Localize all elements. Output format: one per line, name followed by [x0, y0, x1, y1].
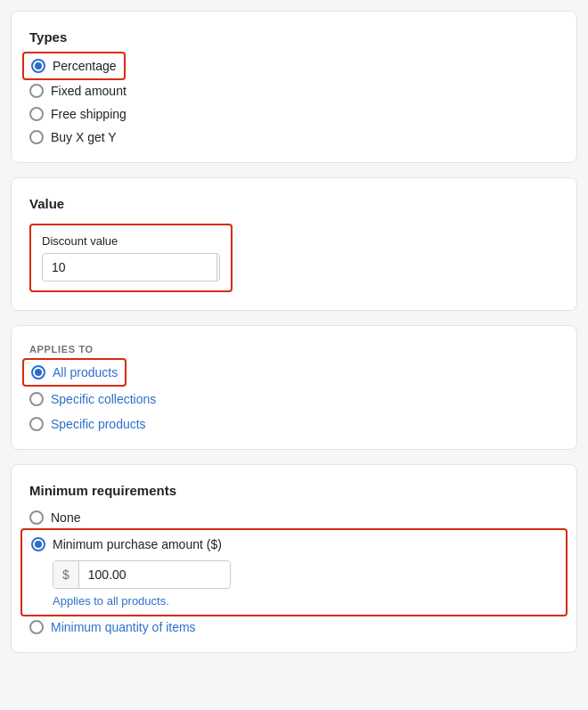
min-purchase-subfield: $ Applies to all products.: [53, 560, 557, 608]
type-percentage-radio[interactable]: [31, 59, 45, 73]
min-req-purchase-label: Minimum purchase amount ($): [53, 537, 222, 551]
min-purchase-input-wrapper: $: [53, 560, 231, 589]
applies-all-products-radio[interactable]: [31, 365, 45, 379]
type-percentage-item[interactable]: Percentage: [29, 57, 559, 75]
discount-value-input-wrapper: %: [42, 253, 220, 282]
discount-value-label: Discount value: [42, 234, 220, 248]
applies-to-label: APPLIES TO: [29, 344, 559, 355]
types-card: Types Percentage Fixed amount Free shipp…: [11, 11, 577, 163]
discount-value-group: Discount value %: [29, 224, 233, 292]
min-req-none-label: None: [51, 510, 80, 525]
min-req-quantity-label: Minimum quantity of items: [51, 620, 196, 634]
min-requirements-card: Minimum requirements None Minimum purcha…: [11, 464, 577, 653]
type-free-shipping-item[interactable]: Free shipping: [29, 107, 559, 121]
dollar-prefix: $: [53, 561, 79, 588]
applies-collections-radio[interactable]: [29, 392, 44, 406]
min-requirements-radio-group: None Minimum purchase amount ($) $ Appli…: [29, 510, 559, 634]
type-free-shipping-label: Free shipping: [51, 107, 127, 121]
min-req-none-item[interactable]: None: [29, 510, 559, 525]
type-fixed-item[interactable]: Fixed amount: [29, 84, 559, 98]
min-req-purchase-wrapper: Minimum purchase amount ($) $ Applies to…: [29, 535, 559, 609]
helper-text: Applies to all products.: [53, 594, 557, 608]
type-buy-x-label: Buy X get Y: [51, 130, 117, 144]
discount-value-input[interactable]: [43, 254, 216, 281]
min-requirements-title: Minimum requirements: [29, 483, 559, 498]
percentage-highlight: Percentage: [22, 52, 126, 80]
percent-suffix: %: [216, 254, 220, 281]
applies-to-radio-group: All products Specific collections Specif…: [29, 363, 559, 431]
applies-collections-label: Specific collections: [51, 392, 156, 406]
applies-collections-item[interactable]: Specific collections: [29, 392, 559, 406]
type-buy-x-radio[interactable]: [29, 130, 44, 144]
min-req-purchase-item[interactable]: Minimum purchase amount ($): [31, 537, 557, 551]
type-percentage-label: Percentage: [53, 59, 117, 73]
type-fixed-radio[interactable]: [29, 84, 44, 98]
min-purchase-input[interactable]: [79, 561, 231, 588]
applies-all-products-item[interactable]: All products: [29, 363, 559, 381]
min-req-none-radio[interactable]: [29, 510, 44, 525]
type-buy-x-item[interactable]: Buy X get Y: [29, 130, 559, 144]
min-req-quantity-item[interactable]: Minimum quantity of items: [29, 620, 559, 634]
applies-products-label: Specific products: [51, 417, 146, 431]
min-purchase-highlight: Minimum purchase amount ($) $ Applies to…: [20, 528, 568, 616]
types-radio-group: Percentage Fixed amount Free shipping Bu…: [29, 57, 559, 144]
type-free-shipping-radio[interactable]: [29, 107, 44, 121]
type-fixed-label: Fixed amount: [51, 84, 127, 98]
value-card: Value Discount value %: [11, 177, 577, 311]
applies-products-item[interactable]: Specific products: [29, 417, 559, 431]
applies-all-products-label: All products: [53, 365, 118, 379]
types-title: Types: [29, 29, 559, 45]
all-products-highlight: All products: [22, 358, 127, 387]
min-req-quantity-radio[interactable]: [29, 620, 44, 634]
value-title: Value: [29, 196, 559, 211]
applies-products-radio[interactable]: [29, 417, 44, 431]
min-req-purchase-radio[interactable]: [31, 537, 45, 551]
applies-to-card: APPLIES TO All products Specific collect…: [11, 325, 577, 450]
